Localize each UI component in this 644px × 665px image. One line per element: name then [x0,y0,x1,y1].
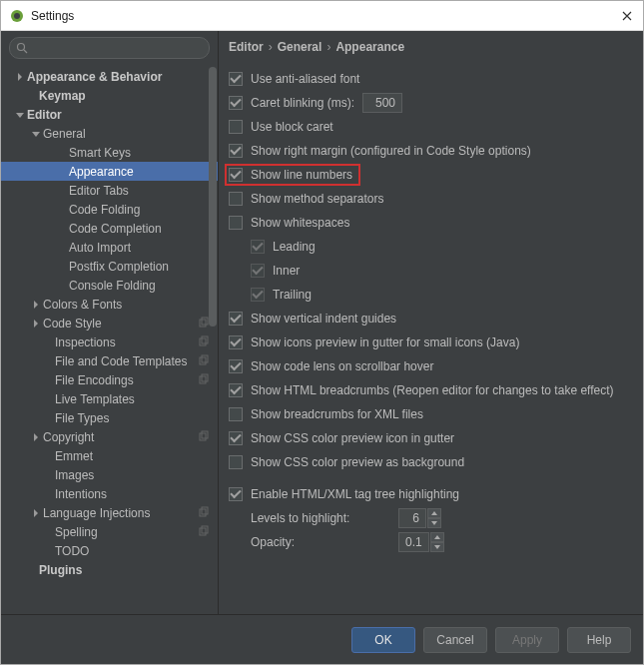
tree-item-editor[interactable]: Editor [1,105,218,124]
close-icon[interactable] [619,8,635,24]
checkbox-right-margin[interactable] [229,144,243,158]
scope-icon [199,354,210,368]
label-opacity: Opacity: [251,535,390,549]
tree-item-label: Code Completion [69,222,162,236]
tree-item-label: Intentions [55,487,107,501]
tree-item-label: File Encodings [55,373,134,387]
tree-item-code-completion[interactable]: Code Completion [1,219,218,238]
checkbox-antialiased[interactable] [229,72,243,86]
checkbox-code-lens[interactable] [229,359,243,373]
tree-item-smart-keys[interactable]: Smart Keys [1,143,218,162]
tree-item-auto-import[interactable]: Auto Import [1,238,218,257]
svg-rect-8 [200,357,206,364]
breadcrumb-general[interactable]: General [278,40,322,54]
label-vguides: Show vertical indent guides [251,312,396,326]
tree-item-appearance-behavior[interactable]: Appearance & Behavior [1,67,218,86]
chevron-right-icon[interactable] [31,301,41,309]
checkbox-tag-tree[interactable] [229,487,243,501]
tree-item-code-folding[interactable]: Code Folding [1,200,218,219]
tree-item-inspections[interactable]: Inspections [1,332,218,351]
opacity-down-button[interactable] [430,542,444,552]
checkbox-icons-preview[interactable] [229,335,243,349]
tree-item-file-encodings[interactable]: File Encodings [1,370,218,389]
checkbox-html-bc[interactable] [229,383,243,397]
scrollbar-thumb[interactable] [209,67,217,327]
checkbox-whitespace[interactable] [229,216,243,230]
chevron-right-icon[interactable] [31,320,41,328]
checkbox-ws-leading[interactable] [251,240,265,254]
tree-item-appearance[interactable]: Appearance [1,162,218,181]
chevron-right-icon[interactable] [31,433,41,441]
tree-item-keymap[interactable]: Keymap [1,86,218,105]
checkbox-method-sep[interactable] [229,192,243,206]
tree-item-general[interactable]: General [1,124,218,143]
tree-item-code-style[interactable]: Code Style [1,314,218,332]
search-input[interactable] [32,41,203,55]
checkbox-vguides[interactable] [229,312,243,326]
options-panel: Use anti-aliased font Caret blinking (ms… [219,61,643,564]
levels-down-button[interactable] [427,518,441,528]
label-ws-leading: Leading [273,240,316,254]
chevron-down-icon[interactable] [31,130,41,138]
chevron-right-icon[interactable] [31,509,41,517]
search-field[interactable] [9,37,210,59]
label-icons-preview: Show icons preview in gutter for small i… [251,335,519,349]
tree-item-spelling[interactable]: Spelling [1,522,218,541]
checkbox-css-bg[interactable] [229,455,243,469]
chevron-right-icon[interactable] [15,73,25,81]
tree-item-label: Editor Tabs [69,184,129,198]
checkbox-block-caret[interactable] [229,120,243,134]
tree-item-colors-fonts[interactable]: Colors & Fonts [1,295,218,314]
opacity-up-button[interactable] [430,532,444,542]
label-tag-tree: Enable HTML/XML tag tree highlighting [251,487,459,501]
tree-scroll[interactable]: Appearance & BehaviorKeymapEditorGeneral… [1,63,218,614]
tree-item-editor-tabs[interactable]: Editor Tabs [1,181,218,200]
tree-item-label: Appearance & Behavior [27,70,162,84]
breadcrumb-appearance[interactable]: Appearance [335,40,404,54]
svg-rect-6 [200,338,206,345]
help-button[interactable]: Help [567,627,631,653]
caret-blink-value[interactable]: 500 [362,93,402,113]
cancel-button[interactable]: Cancel [423,627,487,653]
tree-item-label: Console Folding [69,279,156,293]
svg-rect-4 [200,320,206,327]
svg-rect-13 [202,431,208,438]
tree-item-label: TODO [55,544,89,558]
tree-item-console-folding[interactable]: Console Folding [1,276,218,295]
tree-item-file-and-code-templates[interactable]: File and Code Templates [1,351,218,370]
checkbox-xml-bc[interactable] [229,407,243,421]
label-xml-bc: Show breadcrumbs for XML files [251,407,423,421]
checkbox-ws-inner[interactable] [251,264,265,278]
levels-value[interactable]: 6 [398,508,426,528]
checkbox-caret-blink[interactable] [229,96,243,110]
tree-item-emmet[interactable]: Emmet [1,446,218,465]
tree-item-language-injections[interactable]: Language Injections [1,503,218,522]
ok-button[interactable]: OK [351,627,415,653]
tree-item-file-types[interactable]: File Types [1,408,218,427]
breadcrumb-editor[interactable]: Editor [229,40,264,54]
main-panel: Editor › General › Appearance Use anti-a… [219,31,643,614]
tree-item-copyright[interactable]: Copyright [1,427,218,446]
tree-item-images[interactable]: Images [1,465,218,484]
apply-button[interactable]: Apply [495,627,559,653]
opacity-value[interactable]: 0.1 [398,532,429,552]
settings-tree: Appearance & BehaviorKeymapEditorGeneral… [1,63,218,587]
svg-rect-14 [200,509,206,516]
tree-item-live-templates[interactable]: Live Templates [1,389,218,408]
label-ws-inner: Inner [273,264,300,278]
tree-item-postfix-completion[interactable]: Postfix Completion [1,257,218,276]
svg-rect-5 [202,318,208,325]
checkbox-line-numbers[interactable] [229,168,243,182]
label-css-bg: Show CSS color preview as background [251,455,464,469]
tree-item-todo[interactable]: TODO [1,541,218,560]
chevron-down-icon[interactable] [15,111,25,119]
tree-item-label: Code Folding [69,203,140,217]
levels-up-button[interactable] [427,508,441,518]
svg-line-3 [24,50,27,53]
tree-item-plugins[interactable]: Plugins [1,560,218,579]
checkbox-css-gutter[interactable] [229,431,243,445]
tree-item-intentions[interactable]: Intentions [1,484,218,503]
tree-item-label: Code Style [43,317,102,331]
tree-item-label: Smart Keys [69,146,131,160]
checkbox-ws-trailing[interactable] [251,288,265,302]
